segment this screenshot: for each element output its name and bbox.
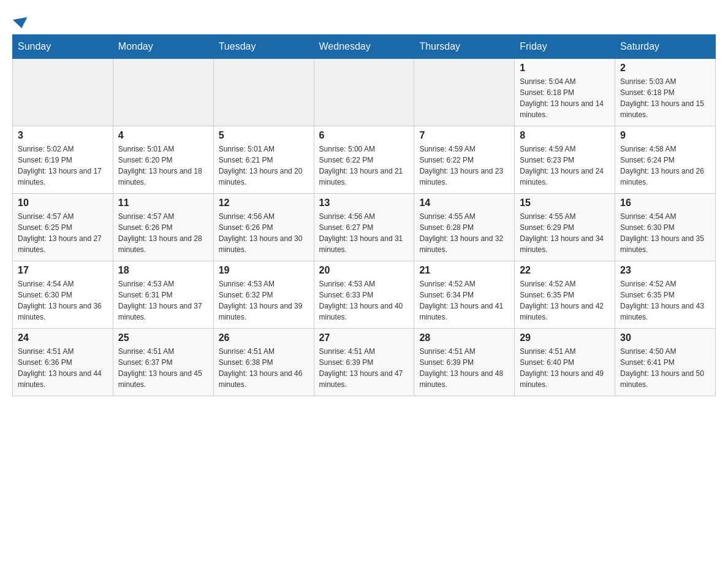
calendar-cell: 18 Sunrise: 4:53 AMSunset: 6:31 PMDaylig… bbox=[113, 261, 213, 329]
col-header-monday: Monday bbox=[113, 35, 213, 59]
day-info: Sunrise: 5:03 AMSunset: 6:18 PMDaylight:… bbox=[620, 76, 710, 120]
logo bbox=[12, 12, 28, 28]
day-number: 17 bbox=[18, 265, 108, 276]
day-number: 30 bbox=[620, 332, 710, 343]
day-number: 10 bbox=[18, 197, 108, 209]
calendar-cell: 2 Sunrise: 5:03 AMSunset: 6:18 PMDayligh… bbox=[615, 59, 716, 126]
calendar-cell: 9 Sunrise: 4:58 AMSunset: 6:24 PMDayligh… bbox=[615, 126, 716, 194]
day-info: Sunrise: 4:55 AMSunset: 6:28 PMDaylight:… bbox=[419, 211, 509, 255]
logo-blue-text bbox=[12, 18, 28, 28]
day-info: Sunrise: 4:51 AMSunset: 6:38 PMDaylight:… bbox=[219, 346, 309, 390]
day-number: 19 bbox=[219, 265, 309, 276]
day-info: Sunrise: 4:51 AMSunset: 6:37 PMDaylight:… bbox=[118, 346, 208, 390]
calendar-cell: 22 Sunrise: 4:52 AMSunset: 6:35 PMDaylig… bbox=[515, 261, 615, 329]
day-info: Sunrise: 4:59 AMSunset: 6:22 PMDaylight:… bbox=[419, 144, 509, 188]
calendar-cell: 24 Sunrise: 4:51 AMSunset: 6:36 PMDaylig… bbox=[13, 329, 113, 396]
day-info: Sunrise: 5:04 AMSunset: 6:18 PMDaylight:… bbox=[520, 76, 610, 120]
day-info: Sunrise: 4:53 AMSunset: 6:32 PMDaylight:… bbox=[219, 278, 309, 323]
day-number: 26 bbox=[219, 332, 309, 343]
calendar-cell: 17 Sunrise: 4:54 AMSunset: 6:30 PMDaylig… bbox=[13, 261, 113, 329]
day-info: Sunrise: 4:58 AMSunset: 6:24 PMDaylight:… bbox=[620, 144, 710, 188]
calendar-cell: 29 Sunrise: 4:51 AMSunset: 6:40 PMDaylig… bbox=[515, 329, 615, 396]
calendar-cell: 13 Sunrise: 4:56 AMSunset: 6:27 PMDaylig… bbox=[314, 194, 414, 261]
calendar-table: SundayMondayTuesdayWednesdayThursdayFrid… bbox=[12, 34, 716, 396]
day-info: Sunrise: 4:55 AMSunset: 6:29 PMDaylight:… bbox=[520, 211, 610, 255]
calendar-cell bbox=[213, 59, 314, 126]
calendar-cell: 10 Sunrise: 4:57 AMSunset: 6:25 PMDaylig… bbox=[13, 194, 113, 261]
day-info: Sunrise: 4:56 AMSunset: 6:26 PMDaylight:… bbox=[219, 211, 309, 255]
day-info: Sunrise: 4:50 AMSunset: 6:41 PMDaylight:… bbox=[620, 346, 710, 390]
day-number: 14 bbox=[419, 197, 509, 209]
col-header-wednesday: Wednesday bbox=[314, 35, 414, 59]
calendar-cell: 23 Sunrise: 4:52 AMSunset: 6:35 PMDaylig… bbox=[615, 261, 716, 329]
calendar-cell: 12 Sunrise: 4:56 AMSunset: 6:26 PMDaylig… bbox=[213, 194, 314, 261]
day-number: 13 bbox=[319, 197, 409, 209]
calendar-cell bbox=[314, 59, 414, 126]
day-number: 28 bbox=[419, 332, 509, 343]
col-header-thursday: Thursday bbox=[414, 35, 515, 59]
calendar-cell bbox=[414, 59, 515, 126]
calendar-cell: 16 Sunrise: 4:54 AMSunset: 6:30 PMDaylig… bbox=[615, 194, 716, 261]
day-number: 22 bbox=[520, 265, 610, 276]
calendar-cell: 5 Sunrise: 5:01 AMSunset: 6:21 PMDayligh… bbox=[213, 126, 314, 194]
day-number: 3 bbox=[18, 130, 108, 141]
day-info: Sunrise: 4:52 AMSunset: 6:35 PMDaylight:… bbox=[520, 278, 610, 323]
calendar-cell: 28 Sunrise: 4:51 AMSunset: 6:39 PMDaylig… bbox=[414, 329, 515, 396]
calendar-week-row: 10 Sunrise: 4:57 AMSunset: 6:25 PMDaylig… bbox=[13, 194, 716, 261]
day-info: Sunrise: 5:02 AMSunset: 6:19 PMDaylight:… bbox=[18, 144, 108, 188]
day-info: Sunrise: 5:00 AMSunset: 6:22 PMDaylight:… bbox=[319, 144, 409, 188]
day-info: Sunrise: 4:51 AMSunset: 6:40 PMDaylight:… bbox=[520, 346, 610, 390]
day-number: 18 bbox=[118, 265, 208, 276]
calendar-header-row: SundayMondayTuesdayWednesdayThursdayFrid… bbox=[13, 35, 716, 59]
day-info: Sunrise: 4:56 AMSunset: 6:27 PMDaylight:… bbox=[319, 211, 409, 255]
day-info: Sunrise: 5:01 AMSunset: 6:20 PMDaylight:… bbox=[118, 144, 208, 188]
col-header-sunday: Sunday bbox=[13, 35, 113, 59]
calendar-cell: 7 Sunrise: 4:59 AMSunset: 6:22 PMDayligh… bbox=[414, 126, 515, 194]
day-info: Sunrise: 5:01 AMSunset: 6:21 PMDaylight:… bbox=[219, 144, 309, 188]
col-header-tuesday: Tuesday bbox=[213, 35, 314, 59]
calendar-week-row: 1 Sunrise: 5:04 AMSunset: 6:18 PMDayligh… bbox=[13, 59, 716, 126]
calendar-cell: 30 Sunrise: 4:50 AMSunset: 6:41 PMDaylig… bbox=[615, 329, 716, 396]
day-info: Sunrise: 4:54 AMSunset: 6:30 PMDaylight:… bbox=[18, 278, 108, 323]
day-info: Sunrise: 4:52 AMSunset: 6:35 PMDaylight:… bbox=[620, 278, 710, 323]
calendar-cell: 27 Sunrise: 4:51 AMSunset: 6:39 PMDaylig… bbox=[314, 329, 414, 396]
day-number: 24 bbox=[18, 332, 108, 343]
day-number: 9 bbox=[620, 130, 710, 141]
col-header-saturday: Saturday bbox=[615, 35, 716, 59]
calendar-cell: 11 Sunrise: 4:57 AMSunset: 6:26 PMDaylig… bbox=[113, 194, 213, 261]
col-header-friday: Friday bbox=[515, 35, 615, 59]
day-info: Sunrise: 4:51 AMSunset: 6:39 PMDaylight:… bbox=[319, 346, 409, 390]
calendar-cell: 14 Sunrise: 4:55 AMSunset: 6:28 PMDaylig… bbox=[414, 194, 515, 261]
day-number: 16 bbox=[620, 197, 710, 209]
logo-triangle-icon bbox=[13, 17, 29, 29]
day-number: 23 bbox=[620, 265, 710, 276]
day-number: 6 bbox=[319, 130, 409, 141]
calendar-week-row: 3 Sunrise: 5:02 AMSunset: 6:19 PMDayligh… bbox=[13, 126, 716, 194]
day-number: 21 bbox=[419, 265, 509, 276]
calendar-cell bbox=[113, 59, 213, 126]
calendar-cell: 6 Sunrise: 5:00 AMSunset: 6:22 PMDayligh… bbox=[314, 126, 414, 194]
day-info: Sunrise: 4:57 AMSunset: 6:25 PMDaylight:… bbox=[18, 211, 108, 255]
calendar-cell: 21 Sunrise: 4:52 AMSunset: 6:34 PMDaylig… bbox=[414, 261, 515, 329]
day-number: 20 bbox=[319, 265, 409, 276]
calendar-cell: 1 Sunrise: 5:04 AMSunset: 6:18 PMDayligh… bbox=[515, 59, 615, 126]
page-header bbox=[12, 12, 716, 28]
day-info: Sunrise: 4:52 AMSunset: 6:34 PMDaylight:… bbox=[419, 278, 509, 323]
day-info: Sunrise: 4:53 AMSunset: 6:31 PMDaylight:… bbox=[118, 278, 208, 323]
calendar-week-row: 24 Sunrise: 4:51 AMSunset: 6:36 PMDaylig… bbox=[13, 329, 716, 396]
day-info: Sunrise: 4:51 AMSunset: 6:36 PMDaylight:… bbox=[18, 346, 108, 390]
calendar-cell: 3 Sunrise: 5:02 AMSunset: 6:19 PMDayligh… bbox=[13, 126, 113, 194]
day-number: 12 bbox=[219, 197, 309, 209]
day-number: 2 bbox=[620, 63, 710, 74]
day-info: Sunrise: 4:51 AMSunset: 6:39 PMDaylight:… bbox=[419, 346, 509, 390]
calendar-cell: 8 Sunrise: 4:59 AMSunset: 6:23 PMDayligh… bbox=[515, 126, 615, 194]
day-info: Sunrise: 4:53 AMSunset: 6:33 PMDaylight:… bbox=[319, 278, 409, 323]
day-number: 11 bbox=[118, 197, 208, 209]
day-number: 27 bbox=[319, 332, 409, 343]
day-number: 4 bbox=[118, 130, 208, 141]
calendar-cell bbox=[13, 59, 113, 126]
day-number: 25 bbox=[118, 332, 208, 343]
calendar-cell: 26 Sunrise: 4:51 AMSunset: 6:38 PMDaylig… bbox=[213, 329, 314, 396]
calendar-week-row: 17 Sunrise: 4:54 AMSunset: 6:30 PMDaylig… bbox=[13, 261, 716, 329]
day-info: Sunrise: 4:59 AMSunset: 6:23 PMDaylight:… bbox=[520, 144, 610, 188]
